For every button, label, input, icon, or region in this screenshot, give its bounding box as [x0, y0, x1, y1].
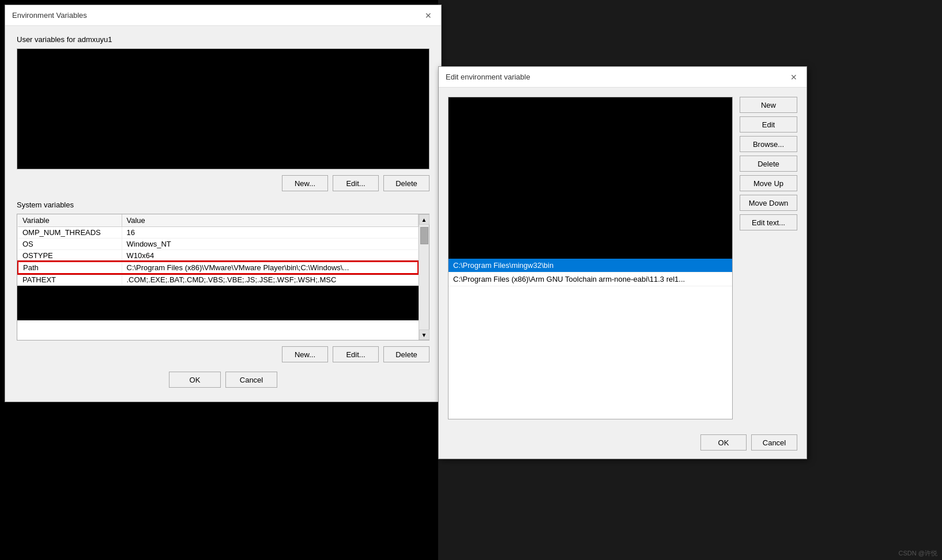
user-variables-table: [17, 48, 429, 169]
edit-ok-button[interactable]: OK: [700, 434, 747, 451]
edit-cancel-button[interactable]: Cancel: [751, 434, 797, 451]
path-item[interactable]: C:\Program Files\mingw32\bin: [449, 259, 732, 273]
edit-dialog-body: C:\Program Files\mingw32\bin C:\Program …: [439, 88, 807, 429]
path-item[interactable]: C:\Program Files (x86)\Arm GNU Toolchain…: [449, 273, 732, 286]
edit-ok-cancel-row: OK Cancel: [439, 429, 807, 459]
user-variables-label: User variables for admxuyu1: [17, 35, 429, 44]
col-header-variable: Variable: [18, 214, 122, 227]
table-row[interactable]: OMP_NUM_THREADS 16: [18, 227, 418, 239]
scroll-thumb[interactable]: [420, 227, 428, 244]
system-variables-label: System variables: [17, 200, 429, 209]
table-row[interactable]: OS Windows_NT: [18, 239, 418, 250]
system-variables-table: Variable Value OMP_NUM_THREADS 16 OS Win…: [17, 214, 419, 286]
edit-path-button[interactable]: Edit: [740, 116, 797, 133]
scroll-up-arrow[interactable]: ▲: [419, 214, 429, 225]
var-value: C:\Program Files (x86)\VMware\VMware Pla…: [122, 262, 418, 274]
edit-dialog-title: Edit environment variable: [446, 73, 530, 81]
move-down-button[interactable]: Move Down: [740, 195, 797, 211]
edit-env-dialog: Edit environment variable ✕ C:\Program F…: [438, 66, 807, 459]
path-list-black-area: [449, 97, 732, 259]
col-header-value: Value: [122, 214, 418, 227]
system-edit-button[interactable]: Edit...: [333, 346, 379, 362]
new-path-button[interactable]: New: [740, 97, 797, 113]
env-ok-button[interactable]: OK: [169, 372, 221, 388]
env-dialog-title: Environment Variables: [12, 11, 87, 20]
system-buttons-row: New... Edit... Delete: [17, 346, 429, 362]
user-new-button[interactable]: New...: [282, 175, 328, 191]
scroll-down-arrow[interactable]: ▼: [419, 330, 429, 340]
system-table-scrollbar[interactable]: ▲ ▼: [419, 214, 429, 340]
var-name: Path: [18, 262, 122, 274]
var-name: OSTYPE: [18, 250, 122, 262]
system-new-button[interactable]: New...: [282, 346, 328, 362]
edit-text-button[interactable]: Edit text...: [740, 214, 797, 230]
var-name: PATHEXT: [18, 274, 122, 286]
env-ok-cancel-row: OK Cancel: [17, 372, 429, 395]
var-name: OS: [18, 239, 122, 250]
var-value: .COM;.EXE;.BAT;.CMD;.VBS;.VBE;.JS;.JSE;.…: [122, 274, 418, 286]
edit-dialog-titlebar: Edit environment variable ✕: [439, 67, 807, 88]
system-variables-table-container: Variable Value OMP_NUM_THREADS 16 OS Win…: [17, 214, 429, 340]
table-row[interactable]: OSTYPE W10x64: [18, 250, 418, 262]
env-dialog-body: User variables for admxuyu1 New... Edit.…: [5, 26, 441, 402]
table-row-path[interactable]: Path C:\Program Files (x86)\VMware\VMwar…: [18, 262, 418, 274]
system-variables-table-inner: Variable Value OMP_NUM_THREADS 16 OS Win…: [17, 214, 419, 340]
var-value: 16: [122, 227, 418, 239]
env-dialog-titlebar: Environment Variables ✕: [5, 5, 441, 26]
env-dialog-close-button[interactable]: ✕: [423, 10, 434, 21]
system-table-black-area: [17, 286, 419, 320]
path-list-container: C:\Program Files\mingw32\bin C:\Program …: [448, 97, 733, 419]
var-value: Windows_NT: [122, 239, 418, 250]
env-variables-dialog: Environment Variables ✕ User variables f…: [5, 5, 442, 402]
side-buttons-panel: New Edit Browse... Delete Move Up Move D…: [740, 97, 797, 419]
table-row[interactable]: PATHEXT .COM;.EXE;.BAT;.CMD;.VBS;.VBE;.J…: [18, 274, 418, 286]
user-edit-button[interactable]: Edit...: [333, 175, 379, 191]
browse-button[interactable]: Browse...: [740, 136, 797, 152]
edit-dialog-close-button[interactable]: ✕: [788, 71, 800, 83]
watermark: CSDN @许悦: [899, 549, 937, 558]
var-name: OMP_NUM_THREADS: [18, 227, 122, 239]
move-up-button[interactable]: Move Up: [740, 175, 797, 191]
user-delete-button[interactable]: Delete: [383, 175, 429, 191]
delete-path-button[interactable]: Delete: [740, 156, 797, 172]
var-value: W10x64: [122, 250, 418, 262]
scroll-track[interactable]: [419, 225, 429, 330]
system-delete-button[interactable]: Delete: [383, 346, 429, 362]
env-cancel-button[interactable]: Cancel: [225, 372, 277, 388]
user-buttons-row: New... Edit... Delete: [17, 175, 429, 191]
